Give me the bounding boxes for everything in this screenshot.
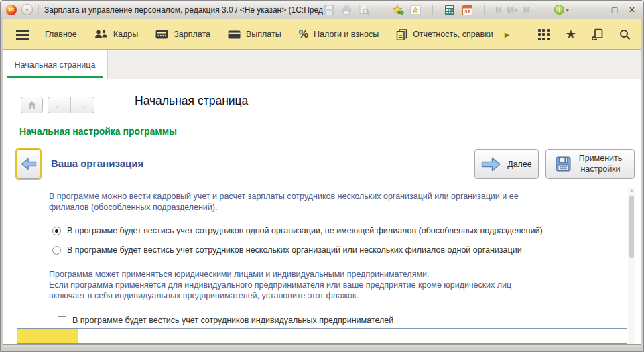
apps-grid-icon[interactable] <box>538 29 550 40</box>
print-icon[interactable] <box>340 4 352 16</box>
scrollbar-thumb[interactable] <box>629 196 634 258</box>
print-preview-icon[interactable] <box>358 4 370 16</box>
close-button[interactable]: × <box>626 4 638 16</box>
radio-label: В программе будет вестись учет сотрудник… <box>67 245 522 255</box>
calendar-icon[interactable]: 31 <box>461 4 473 16</box>
wizard-body: В программе можно вести кадровый учет и … <box>17 186 627 325</box>
arrow-right-icon <box>481 157 501 172</box>
checkbox-icon <box>58 316 66 325</box>
arrow-left-icon <box>21 158 37 170</box>
calculator-icon[interactable] <box>444 4 456 16</box>
next-button[interactable]: Далее <box>474 149 539 179</box>
favorites-star-icon[interactable]: ★ <box>566 28 576 40</box>
tab-label: Начальная страница <box>15 60 96 70</box>
add-favorite-icon[interactable] <box>392 4 404 16</box>
checkbox-label: В программе будет вестись учет сотрудник… <box>72 316 393 325</box>
tab-home-page[interactable]: Начальная страница <box>3 50 108 79</box>
menu-item-label: Главное <box>45 30 77 39</box>
back-button[interactable]: ← <box>48 97 71 113</box>
tab-bar: Начальная страница <box>3 50 641 79</box>
radio-label: В программе будет вестись учет сотрудник… <box>67 226 543 235</box>
menu-item-otchetnost[interactable]: Отчетность, справки <box>387 19 502 49</box>
history-icon[interactable] <box>592 28 603 40</box>
app-window: 1С ▾ Зарплата и управление персоналом, р… <box>0 0 644 352</box>
divider <box>484 5 485 15</box>
app-frame: Главное Кадры Зарплата Выплаты <box>3 19 641 348</box>
maximize-button[interactable]: □ <box>608 4 621 16</box>
menu-item-nalogi[interactable]: % Налоги и взносы <box>290 19 387 49</box>
save-icon <box>556 156 571 172</box>
payslip-icon <box>155 30 168 39</box>
main-menu-button[interactable] <box>12 27 36 42</box>
svg-text:31: 31 <box>464 9 470 15</box>
menu-item-label: Кадры <box>113 30 138 39</box>
1c-logo-icon: 1С <box>6 5 17 15</box>
history-nav-group: ← → <box>48 97 94 113</box>
back-step-button[interactable] <box>17 149 40 179</box>
save-icon[interactable] <box>323 4 335 16</box>
memory-subtract-button[interactable]: M- <box>523 6 532 14</box>
vertical-scrollbar[interactable]: ▲ <box>628 187 635 348</box>
home-button[interactable] <box>21 97 43 113</box>
divider <box>580 5 580 15</box>
menu-item-label: Зарплата <box>174 30 210 39</box>
search-icon[interactable] <box>619 29 631 40</box>
menu-item-label: Выплаты <box>246 30 281 39</box>
navigation-buttons: ← → <box>21 97 94 113</box>
menu-item-label: Налоги и взносы <box>314 30 379 39</box>
menu-item-zarplata[interactable]: Зарплата <box>147 19 219 49</box>
memory-recall-button[interactable]: M <box>495 6 502 14</box>
chevron-down-icon: ▾ <box>566 7 569 13</box>
radio-single-organization[interactable]: В программе будет вестись учет сотрудник… <box>49 226 600 235</box>
home-icon <box>27 101 37 109</box>
sections-panel: Главное Кадры Зарплата Выплаты <box>3 19 641 50</box>
arrow-left-icon: ← <box>54 99 64 111</box>
radio-icon <box>52 227 61 235</box>
radio-multiple-organizations[interactable]: В программе будет вестись учет сотрудник… <box>49 245 600 255</box>
section-heading: Ваша организация <box>51 158 143 169</box>
system-menu-button[interactable]: ▾ <box>21 4 33 15</box>
window-frame-bottom <box>3 344 641 348</box>
next-button-label: Далее <box>507 160 532 169</box>
percent-icon: % <box>299 28 308 40</box>
menu-item-label: Отчетность, справки <box>413 30 493 39</box>
divider <box>432 5 433 15</box>
radio-icon <box>52 246 61 255</box>
favorites-window-icon[interactable] <box>409 4 422 16</box>
page-title: Начальная страница <box>135 94 248 108</box>
memory-add-button[interactable]: M+ <box>507 6 518 14</box>
divider <box>38 5 39 15</box>
more-sections-chevron-icon[interactable]: ▶ <box>502 31 513 38</box>
intro-text: В программе можно вести кадровый учет и … <box>49 191 600 213</box>
menu-item-vyplaty[interactable]: Выплаты <box>219 19 290 49</box>
arrow-right-icon: → <box>78 99 88 111</box>
info-icon: i <box>554 5 564 15</box>
forward-button[interactable]: → <box>71 97 94 113</box>
reports-icon <box>396 29 407 40</box>
people-icon <box>94 30 108 39</box>
progress-fill <box>17 329 78 343</box>
divider <box>543 5 543 15</box>
divider <box>381 5 381 15</box>
scroll-up-icon[interactable]: ▲ <box>629 187 634 194</box>
minimize-button[interactable]: – <box>591 4 603 16</box>
window-title: Зарплата и управление персоналом, редакц… <box>44 5 323 15</box>
home-page-content: ← → Начальная страница Начальная настрой… <box>3 79 641 348</box>
title-bar: 1С ▾ Зарплата и управление персоналом, р… <box>1 1 643 19</box>
apply-settings-button[interactable]: Применить настройки <box>545 149 635 179</box>
checkbox-entrepreneurs[interactable]: В программе будет вестись учет сотрудник… <box>49 316 600 325</box>
menu-item-glavnoe[interactable]: Главное <box>36 19 86 49</box>
info-menu-button[interactable]: i ▾ <box>554 5 569 15</box>
apply-button-label: Применить настройки <box>576 154 625 174</box>
setup-heading: Начальная настройка программы <box>19 126 177 137</box>
entrepreneur-text: Программа может применяться юридическими… <box>49 269 600 301</box>
menu-item-kadry[interactable]: Кадры <box>86 19 147 49</box>
wallet-icon <box>228 30 241 39</box>
setup-progress-bar <box>17 328 627 344</box>
